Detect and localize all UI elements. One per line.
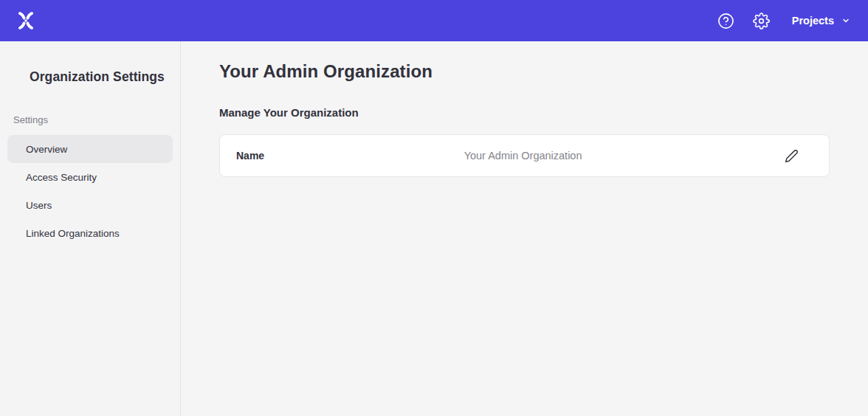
help-circle-icon (717, 13, 734, 30)
sidebar-item-label: Linked Organizations (26, 228, 120, 239)
sidebar-item-label: Access Security (26, 172, 97, 183)
help-button[interactable] (717, 11, 736, 30)
sidebar-item-label: Overview (26, 144, 67, 155)
main-panel: Your Admin Organization Manage Your Orga… (181, 41, 868, 416)
sidebar-item-overview[interactable]: Overview (7, 135, 173, 163)
pencil-icon (785, 149, 799, 163)
chevron-down-icon (841, 16, 850, 25)
sidebar-nav: Overview Access Security Users Linked Or… (0, 135, 180, 247)
sidebar-item-access-security[interactable]: Access Security (7, 163, 173, 191)
sidebar-item-label: Users (26, 200, 52, 211)
sidebar-section-label: Settings (0, 114, 180, 125)
settings-gear-button[interactable] (752, 11, 771, 30)
projects-dropdown[interactable]: Projects (790, 15, 852, 27)
page-content: Organization Settings Settings Overview … (0, 41, 868, 416)
organization-settings-sidebar: Organization Settings Settings Overview … (0, 41, 181, 416)
name-field-label: Name (236, 150, 264, 162)
app-logo-icon[interactable] (15, 10, 37, 32)
organization-name-row: Name Your Admin Organization (219, 134, 830, 177)
sidebar-item-linked-organizations[interactable]: Linked Organizations (7, 219, 173, 247)
manage-organization-section-title: Manage Your Organization (219, 106, 830, 119)
sidebar-item-users[interactable]: Users (7, 191, 173, 219)
topbar-actions: Projects (717, 11, 852, 30)
organization-name-value: Your Admin Organization (264, 150, 782, 162)
edit-name-button[interactable] (782, 146, 801, 165)
sidebar-title: Organization Settings (0, 69, 180, 85)
page-title: Your Admin Organization (219, 61, 830, 82)
gear-icon (753, 13, 770, 30)
top-navigation-bar: Projects (0, 0, 868, 41)
projects-dropdown-label: Projects (792, 15, 834, 27)
